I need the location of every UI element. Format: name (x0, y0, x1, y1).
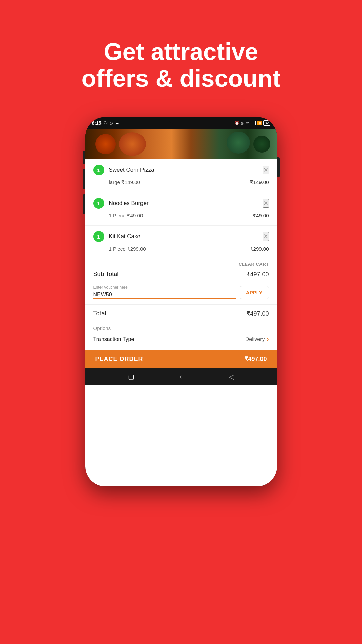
cart-item-1-header: 1 Sweet Corn Pizza ✕ (93, 165, 269, 175)
item-2-price: ₹49.00 (253, 213, 269, 219)
battery-icon: 82 (263, 120, 270, 126)
voucher-placeholder: Enter voucher here (93, 285, 236, 290)
subtotal-label: Sub Total (93, 271, 119, 278)
voucher-section: Enter voucher here APPLY (85, 282, 277, 305)
cart-item-2-header: 1 Noodles Burger ✕ (93, 198, 269, 209)
subtotal-row: Sub Total ₹497.00 (85, 268, 277, 282)
item-3-qty-badge: 1 (93, 231, 104, 242)
item-3-detail-row: 1 Piece ₹299.00 ₹299.00 (93, 245, 269, 256)
item-3-name: Kit Kat Cake (109, 233, 258, 240)
place-order-bar[interactable]: PLACE ORDER ₹497.00 (85, 350, 277, 368)
shield-icon: 🛡 (104, 121, 108, 125)
status-right: ⏰ ◎ VoLTE 📶 82 (235, 120, 270, 126)
food-banner (85, 129, 277, 159)
nav-back-icon[interactable]: ◁ (229, 373, 234, 381)
total-value: ₹497.00 (246, 310, 269, 317)
item-1-price: ₹149.00 (250, 179, 269, 185)
place-order-label: PLACE ORDER (95, 356, 143, 363)
cart-item-3-header: 1 Kit Kat Cake ✕ (93, 231, 269, 242)
hero-text: Get attractive offers & discount (54, 18, 307, 105)
item-2-name: Noodles Burger (109, 200, 258, 207)
voucher-input-wrap: Enter voucher here (93, 285, 236, 299)
bottom-navigation: ▢ ○ ◁ (85, 368, 277, 385)
item-2-qty-badge: 1 (93, 198, 104, 209)
power-button (277, 157, 280, 177)
clear-cart-button[interactable]: CLEAR CART (239, 262, 269, 267)
voucher-input[interactable] (93, 291, 236, 299)
status-bar: 8:15 🛡 ◎ ☁ ⏰ ◎ VoLTE 📶 82 (85, 117, 277, 129)
silent-button (83, 194, 85, 214)
item-1-qty-badge: 1 (93, 165, 104, 175)
food-image (85, 129, 277, 159)
place-order-price: ₹497.00 (244, 355, 267, 363)
transaction-type-value[interactable]: Delivery › (245, 336, 269, 343)
total-row: Total ₹497.00 (85, 305, 277, 320)
transaction-type-row[interactable]: Transaction Type Delivery › (93, 334, 269, 344)
nav-square-icon[interactable]: ▢ (128, 373, 134, 381)
camera-notch (168, 117, 195, 124)
total-label: Total (93, 310, 106, 317)
signal-icon: 📶 (257, 121, 262, 125)
cart-item-2: 1 Noodles Burger ✕ 1 Piece ₹49.00 ₹49.00 (85, 192, 277, 226)
transaction-type-label: Transaction Type (93, 336, 134, 342)
item-2-remove-button[interactable]: ✕ (263, 199, 269, 208)
item-3-remove-button[interactable]: ✕ (263, 232, 269, 241)
phone-frame: 8:15 🛡 ◎ ☁ ⏰ ◎ VoLTE 📶 82 (85, 117, 277, 486)
volume-down-button (83, 169, 85, 189)
volume-up-button (83, 151, 85, 164)
hero-section: Get attractive offers & discount (28, 0, 334, 117)
item-3-price: ₹299.00 (250, 246, 269, 252)
ring-icon: ◎ (241, 121, 244, 125)
location-icon: ◎ (110, 121, 113, 125)
clear-cart-row: CLEAR CART (85, 259, 277, 268)
phone-mockup: 8:15 🛡 ◎ ☁ ⏰ ◎ VoLTE 📶 82 (85, 117, 277, 486)
screen-content: 1 Sweet Corn Pizza ✕ large ₹149.00 ₹149.… (85, 129, 277, 486)
item-2-detail-row: 1 Piece ₹49.00 ₹49.00 (93, 211, 269, 223)
volte-label: VoLTE (245, 121, 256, 125)
cart-item-3: 1 Kit Kat Cake ✕ 1 Piece ₹299.00 ₹299.00 (85, 226, 277, 259)
subtotal-value: ₹497.00 (246, 271, 269, 278)
item-3-detail: 1 Piece ₹299.00 (109, 246, 146, 252)
cloud-icon: ☁ (115, 121, 119, 125)
chevron-right-icon: › (267, 336, 269, 343)
item-1-detail-row: large ₹149.00 ₹149.00 (93, 178, 269, 189)
cart-item-1: 1 Sweet Corn Pizza ✕ large ₹149.00 ₹149.… (85, 159, 277, 192)
item-2-detail: 1 Piece ₹49.00 (109, 213, 143, 219)
options-section: Options Transaction Type Delivery › (85, 320, 277, 346)
item-1-remove-button[interactable]: ✕ (263, 166, 269, 174)
item-1-detail: large ₹149.00 (109, 179, 140, 185)
nav-home-icon[interactable]: ○ (179, 373, 184, 381)
item-1-name: Sweet Corn Pizza (109, 167, 258, 173)
alarm-icon: ⏰ (235, 121, 239, 125)
options-heading: Options (93, 325, 269, 331)
status-left: 8:15 🛡 ◎ ☁ (92, 120, 119, 126)
cart-content: 1 Sweet Corn Pizza ✕ large ₹149.00 ₹149.… (85, 159, 277, 486)
apply-voucher-button[interactable]: APPLY (240, 286, 269, 299)
time-display: 8:15 (92, 120, 102, 126)
